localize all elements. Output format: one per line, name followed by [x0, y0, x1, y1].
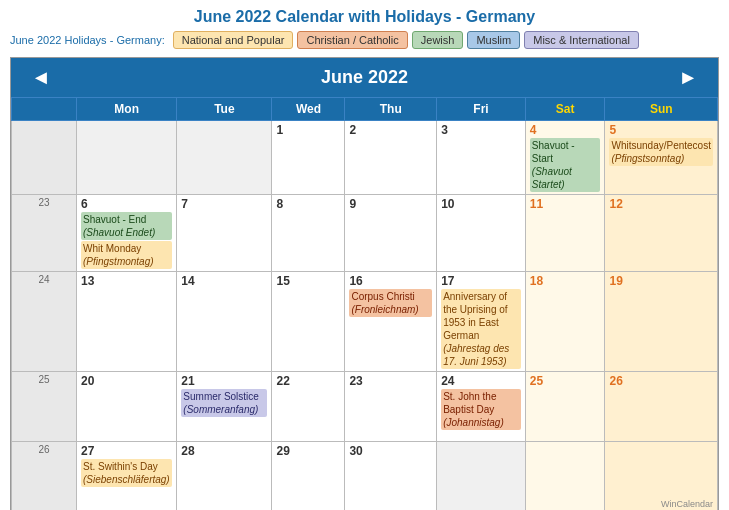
event-whit-monday: Whit Monday(Pfingstmontag): [81, 241, 172, 269]
filter-bar: June 2022 Holidays - Germany: National a…: [10, 31, 719, 49]
day-empty-4: [525, 442, 605, 511]
day-4: 4 Shavuot - Start(Shavuot Startet): [525, 121, 605, 195]
table-row: 24 13 14 15 16 Corpus Christi(Fronleichn…: [12, 272, 718, 372]
day-8: 8: [272, 195, 345, 272]
day-21: 21 Summer Solstice(Sommeranfang): [177, 372, 272, 442]
header-sat: Sat: [525, 98, 605, 121]
day-5: 5 Whitsunday/Pentecost(Pfingstsonntag): [605, 121, 718, 195]
month-title: June 2022: [321, 67, 408, 88]
filter-misc[interactable]: Misc & International: [524, 31, 639, 49]
filter-christian[interactable]: Christian / Catholic: [297, 31, 407, 49]
header-mon: Mon: [76, 98, 176, 121]
calendar-header: ◄ June 2022 ►: [11, 58, 718, 97]
week-num-26: 26: [12, 442, 77, 511]
table-row: 1 2 3 4 Shavuot - Start(Shavuot Startet)…: [12, 121, 718, 195]
prev-month-button[interactable]: ◄: [25, 66, 57, 89]
day-18: 18: [525, 272, 605, 372]
header-fri: Fri: [437, 98, 526, 121]
table-row: 25 20 21 Summer Solstice(Sommeranfang) 2…: [12, 372, 718, 442]
day-empty-5: WinCalendar: [605, 442, 718, 511]
event-shavuot-start: Shavuot - Start(Shavuot Startet): [530, 138, 601, 192]
day-14: 14: [177, 272, 272, 372]
day-19: 19: [605, 272, 718, 372]
day-empty-2: [177, 121, 272, 195]
day-15: 15: [272, 272, 345, 372]
day-9: 9: [345, 195, 437, 272]
filter-label: June 2022 Holidays - Germany:: [10, 34, 165, 46]
filter-jewish[interactable]: Jewish: [412, 31, 464, 49]
day-6: 6 Shavuot - End(Shavuot Endet) Whit Mond…: [76, 195, 176, 272]
week-num-22: [12, 121, 77, 195]
header-sun: Sun: [605, 98, 718, 121]
header-wed: Wed: [272, 98, 345, 121]
day-1: 1: [272, 121, 345, 195]
week-num-25: 25: [12, 372, 77, 442]
week-num-24: 24: [12, 272, 77, 372]
table-row: 26 27 St. Swithin's Day(Siebenschläferta…: [12, 442, 718, 511]
watermark: WinCalendar: [661, 499, 713, 509]
calendar-grid: Mon Tue Wed Thu Fri Sat Sun 1 2 3: [11, 97, 718, 510]
day-26: 26: [605, 372, 718, 442]
day-10: 10: [437, 195, 526, 272]
event-uprising-1953: Anniversary of the Uprising of 1953 in E…: [441, 289, 521, 369]
header-thu: Thu: [345, 98, 437, 121]
day-2: 2: [345, 121, 437, 195]
day-30: 30: [345, 442, 437, 511]
event-corpus-christi: Corpus Christi(Fronleichnam): [349, 289, 432, 317]
event-st-swithin: St. Swithin's Day(Siebenschläfertag): [81, 459, 172, 487]
day-23: 23: [345, 372, 437, 442]
calendar-container: ◄ June 2022 ► Mon Tue Wed Thu Fri Sat Su…: [10, 57, 719, 510]
day-3: 3: [437, 121, 526, 195]
day-22: 22: [272, 372, 345, 442]
event-shavuot-end: Shavuot - End(Shavuot Endet): [81, 212, 172, 240]
table-row: 23 6 Shavuot - End(Shavuot Endet) Whit M…: [12, 195, 718, 272]
day-13: 13: [76, 272, 176, 372]
day-empty-1: [76, 121, 176, 195]
week-num-header: [12, 98, 77, 121]
day-25: 25: [525, 372, 605, 442]
event-whitsunday: Whitsunday/Pentecost(Pfingstsonntag): [609, 138, 713, 166]
page-title: June 2022 Calendar with Holidays - Germa…: [10, 8, 719, 26]
event-st-john: St. John the Baptist Day (Johannistag): [441, 389, 521, 430]
day-empty-3: [437, 442, 526, 511]
filter-national[interactable]: National and Popular: [173, 31, 294, 49]
day-27: 27 St. Swithin's Day(Siebenschläfertag): [76, 442, 176, 511]
week-num-23: 23: [12, 195, 77, 272]
day-11: 11: [525, 195, 605, 272]
event-summer-solstice: Summer Solstice(Sommeranfang): [181, 389, 267, 417]
day-28: 28: [177, 442, 272, 511]
filter-muslim[interactable]: Muslim: [467, 31, 520, 49]
app: June 2022 Calendar with Holidays - Germa…: [0, 0, 729, 510]
header-tue: Tue: [177, 98, 272, 121]
day-16: 16 Corpus Christi(Fronleichnam): [345, 272, 437, 372]
next-month-button[interactable]: ►: [672, 66, 704, 89]
day-7: 7: [177, 195, 272, 272]
day-24: 24 St. John the Baptist Day (Johannistag…: [437, 372, 526, 442]
day-29: 29: [272, 442, 345, 511]
day-12: 12: [605, 195, 718, 272]
day-20: 20: [76, 372, 176, 442]
day-17: 17 Anniversary of the Uprising of 1953 i…: [437, 272, 526, 372]
